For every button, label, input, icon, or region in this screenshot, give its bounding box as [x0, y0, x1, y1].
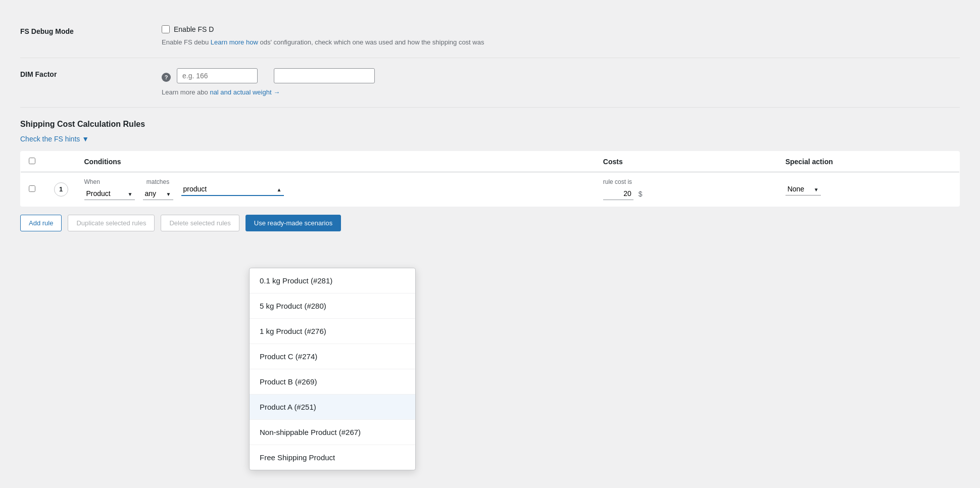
product-select-wrapper: Product ▼ [84, 187, 135, 200]
rules-table: Conditions Costs Special action 1 When [20, 151, 960, 207]
when-label: When [84, 178, 135, 185]
dropdown-item-1[interactable]: 5 kg Product (#280) [250, 294, 415, 319]
product-input-wrapper: ▲ [181, 183, 284, 196]
th-costs: Costs [595, 152, 777, 172]
dim-factor-description: Learn more abo nal and actual weight → [162, 87, 960, 97]
row-costs-cell: rule cost is $ [595, 172, 777, 207]
fs-debug-extra-text: ods' configuration, check which one was … [260, 38, 484, 46]
fs-debug-checkbox-label: Enable FS D [174, 25, 214, 33]
table-buttons-row: Add rule Duplicate selected rules Delete… [20, 215, 960, 231]
product-input-col: ▲ [181, 183, 284, 196]
product-dropdown-overlay: 0.1 kg Product (#281) 5 kg Product (#280… [249, 268, 416, 470]
fs-debug-mode-content: Enable FS D Enable FS debu Learn more ho… [162, 25, 960, 47]
special-action-select[interactable]: None [786, 183, 821, 196]
dropdown-item-7[interactable]: Free Shipping Product [250, 445, 415, 470]
dropdown-item-0[interactable]: 0.1 kg Product (#281) [250, 268, 415, 294]
row-special-cell: None ▼ [777, 172, 960, 207]
fs-debug-mode-row: FS Debug Mode Enable FS D Enable FS debu… [20, 15, 960, 58]
matches-col: matches any ▼ [143, 178, 173, 200]
rule-cost-label: rule cost is [603, 178, 769, 185]
cost-input[interactable] [603, 187, 633, 200]
delete-rules-button: Delete selected rules [161, 215, 239, 231]
select-all-checkbox[interactable] [29, 158, 35, 164]
when-col: When Product ▼ [84, 178, 135, 200]
product-dropdown-list: 0.1 kg Product (#281) 5 kg Product (#280… [250, 268, 415, 470]
any-select[interactable]: any [143, 187, 173, 200]
matches-label: matches [146, 178, 169, 185]
th-number [46, 152, 76, 172]
dim-factor-link[interactable]: nal and actual weight → [210, 88, 280, 96]
check-hints-link[interactable]: Check the FS hints ▼ [20, 135, 89, 143]
cost-symbol: $ [639, 190, 643, 198]
th-conditions: Conditions [76, 152, 595, 172]
row-checkbox[interactable] [29, 185, 35, 192]
special-action-select-wrapper: None ▼ [786, 183, 821, 196]
shipping-rules-section: Shipping Cost Calculation Rules Check th… [20, 120, 960, 231]
fs-debug-checkbox[interactable] [162, 25, 170, 33]
use-scenarios-button[interactable]: Use ready-made scenarios [246, 215, 341, 231]
dim-factor-input[interactable] [177, 68, 258, 83]
dropdown-item-5[interactable]: Product A (#251) [250, 395, 415, 420]
cost-row-inner: $ [603, 187, 769, 200]
dropdown-item-3[interactable]: Product C (#274) [250, 344, 415, 369]
th-special-action: Special action [777, 152, 960, 172]
dim-factor-second-input[interactable] [274, 68, 375, 83]
table-row: 1 When Product ▼ [21, 172, 960, 207]
dropdown-item-6[interactable]: Non-shippable Product (#267) [250, 420, 415, 445]
product-search-input[interactable] [181, 183, 284, 196]
row-checkbox-cell [21, 172, 46, 207]
dim-factor-row: DIM Factor ? Learn more abo nal and actu… [20, 58, 960, 108]
help-icon[interactable]: ? [162, 73, 171, 82]
add-rule-button[interactable]: Add rule [20, 215, 62, 231]
th-checkbox [21, 152, 46, 172]
row-number-cell: 1 [46, 172, 76, 207]
fs-debug-learn-more-link[interactable]: Learn more how [211, 38, 258, 46]
dim-factor-content: ? Learn more abo nal and actual weight → [162, 68, 960, 97]
dim-factor-label: DIM Factor [20, 68, 162, 78]
shipping-rules-title: Shipping Cost Calculation Rules [20, 120, 960, 129]
rule-number: 1 [54, 182, 68, 197]
dropdown-item-4[interactable]: Product B (#269) [250, 369, 415, 395]
fs-debug-description: Enable FS debu Learn more how ods' confi… [162, 37, 960, 47]
any-select-wrapper: any ▼ [143, 187, 173, 200]
fs-debug-mode-label: FS Debug Mode [20, 25, 162, 35]
conditions-inner: When Product ▼ matches [84, 178, 587, 200]
row-conditions-cell: When Product ▼ matches [76, 172, 595, 207]
dropdown-item-2[interactable]: 1 kg Product (#276) [250, 319, 415, 344]
product-select[interactable]: Product [84, 187, 135, 200]
duplicate-rules-button: Duplicate selected rules [68, 215, 155, 231]
